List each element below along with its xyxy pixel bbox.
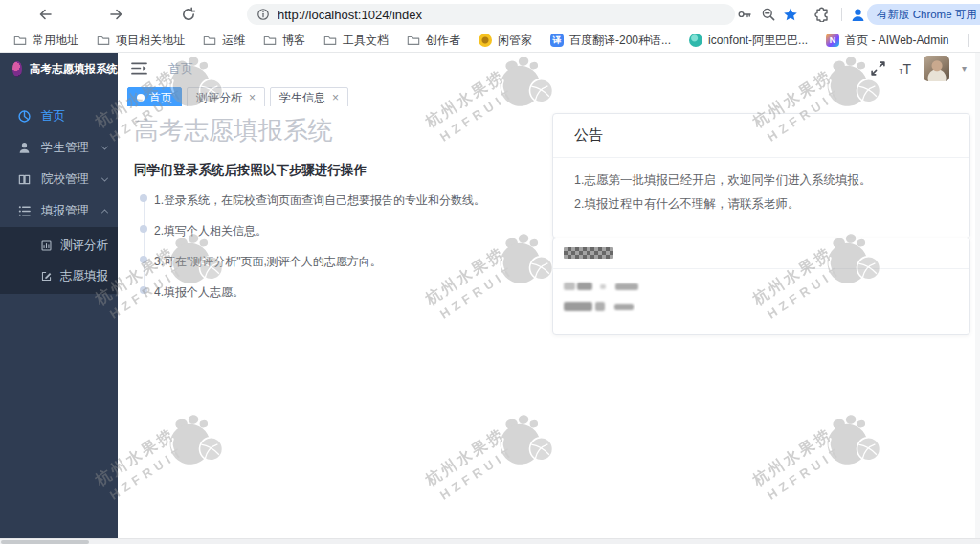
- browser-toolbar: http://localhost:1024/index 有新版 Chrome 可…: [0, 0, 980, 29]
- step-item: 2.填写个人相关信息。: [140, 223, 546, 239]
- tab-home[interactable]: 首页: [127, 87, 182, 108]
- steps-timeline: 1.登录系统，在院校查询页面查询自己想要报告的专业和分数线。 2.填写个人相关信…: [140, 193, 546, 301]
- redacted-card: [552, 238, 970, 335]
- timeline-dot: [140, 286, 147, 294]
- chevron-down-icon: [100, 144, 109, 152]
- sidebar: 高考志愿填报系统 首页 学生管理 院校管理 填报管理: [0, 53, 118, 538]
- app-header: 首页 тT ▾: [118, 53, 980, 84]
- sidebar-toggle-icon[interactable]: [131, 61, 147, 76]
- intro-text: 同学们登录系统后按照以下步骤进行操作: [134, 162, 546, 179]
- redacted-card-title: [553, 238, 969, 269]
- redacted-line: [564, 302, 959, 311]
- sidebar-item-colleges[interactable]: 院校管理: [0, 164, 118, 195]
- bookmark-label: 百度翻译-200种语...: [569, 33, 671, 49]
- bookmark-folder[interactable]: 工具文档: [323, 33, 389, 49]
- folder-icon: [407, 34, 420, 47]
- bookmark-folder[interactable]: 常用地址: [13, 33, 78, 49]
- sidebar-submenu: 测评分析 志愿填报: [0, 227, 118, 294]
- user-avatar[interactable]: [924, 56, 949, 81]
- url-text[interactable]: http://localhost:1024/index: [278, 8, 422, 22]
- back-icon[interactable]: [37, 7, 53, 22]
- step-item: 1.登录系统，在院校查询页面查询自己想要报告的专业和分数线。: [140, 193, 546, 209]
- chevron-down-icon: [100, 175, 109, 184]
- password-key-icon[interactable]: [737, 7, 752, 22]
- fullscreen-icon[interactable]: [870, 60, 886, 77]
- app-window: 高考志愿填报系统 首页 学生管理 院校管理 填报管理: [0, 53, 980, 538]
- site-favicon: [689, 34, 702, 47]
- avatar-caret-icon[interactable]: ▾: [962, 63, 967, 74]
- page-content: 高考志愿填报系统 同学们登录系统后按照以下步骤进行操作 1.登录系统，在院校查询…: [118, 106, 980, 538]
- announcement-title: 公告: [553, 114, 969, 158]
- tab-student-info[interactable]: 学生信息 ×: [270, 87, 348, 108]
- redacted-title-blur: [564, 247, 613, 259]
- bookmark-site[interactable]: 译 百度翻译-200种语...: [550, 33, 671, 49]
- vertical-scrollbar[interactable]: [975, 53, 980, 538]
- bookmark-label: 创作者: [426, 33, 460, 49]
- announcement-item: 2.填报过程中有什么不理解，请联系老师。: [574, 196, 948, 213]
- folder-icon: [13, 34, 27, 47]
- sidebar-item-home[interactable]: 首页: [0, 101, 118, 132]
- chevron-up-icon: [100, 207, 109, 215]
- announcement-item: 1.志愿第一批填报已经开启，欢迎同学们进入系统填报。: [574, 172, 948, 189]
- step-item: 4.填报个人志愿。: [140, 284, 546, 301]
- tab-close-icon[interactable]: ×: [249, 92, 256, 103]
- bookmark-folder[interactable]: 运维: [203, 33, 245, 49]
- site-info-icon[interactable]: [256, 8, 270, 21]
- list-icon: [17, 204, 32, 218]
- sidebar-item-evaluation[interactable]: 测评分析: [0, 230, 118, 261]
- bookmark-label: iconfont-阿里巴巴...: [708, 33, 808, 49]
- bookmark-label: 项目相关地址: [116, 33, 185, 49]
- sidebar-item-label: 填报管理: [41, 203, 89, 219]
- bookmark-site[interactable]: 闲管家: [479, 33, 532, 49]
- zoom-out-icon[interactable]: [761, 7, 776, 22]
- analysis-icon: [40, 239, 53, 252]
- bookmark-site[interactable]: N 首页 - AIWeb-Admin: [826, 33, 948, 49]
- font-size-icon[interactable]: тT: [899, 61, 911, 77]
- app-title: 高考志愿填报系统: [30, 62, 118, 77]
- bookmark-folder[interactable]: 项目相关地址: [97, 33, 185, 49]
- profile-icon[interactable]: [850, 7, 865, 22]
- sidebar-item-label: 首页: [41, 108, 65, 125]
- active-tab-dot: [137, 94, 145, 102]
- sidebar-item-label: 测评分析: [60, 238, 108, 254]
- forward-icon[interactable]: [109, 7, 124, 22]
- step-item: 3.可在"测评分析"页面,测评个人的志愿方向。: [140, 254, 546, 270]
- scrollbar-thumb[interactable]: [1, 540, 89, 544]
- timeline-dot: [140, 256, 147, 263]
- toolbar-separator: [841, 8, 842, 21]
- timeline-dot: [140, 194, 147, 202]
- url-bar[interactable]: http://localhost:1024/index: [247, 4, 735, 25]
- bookmark-folder[interactable]: 创作者: [407, 33, 460, 49]
- chrome-update-label: 有新版 Chrome 可用: [877, 8, 977, 22]
- bookmark-label: 首页 - AIWeb-Admin: [845, 33, 948, 49]
- sidebar-item-students[interactable]: 学生管理: [0, 132, 118, 164]
- book-icon: [17, 172, 32, 187]
- bookmark-star-icon[interactable]: [783, 7, 798, 22]
- bookmark-label: 运维: [222, 33, 245, 49]
- bookmarks-bar: 常用地址 项目相关地址 运维 博客 工具文档 创作者 闲管家 译 百度翻译-20…: [0, 29, 980, 53]
- tab-close-icon[interactable]: ×: [332, 92, 339, 103]
- tab-label: 首页: [149, 90, 172, 106]
- bookmark-site[interactable]: iconfont-阿里巴巴...: [689, 33, 808, 49]
- extensions-icon[interactable]: [814, 7, 830, 22]
- breadcrumb[interactable]: 首页: [168, 60, 193, 78]
- page-title: 高考志愿填报系统: [134, 114, 546, 147]
- bookmarks-separator: [968, 34, 969, 47]
- timeline-dot: [140, 225, 147, 233]
- site-favicon: N: [826, 34, 839, 47]
- sidebar-item-apply[interactable]: 志愿填报: [0, 261, 118, 291]
- bookmark-folder[interactable]: 博客: [263, 33, 305, 49]
- bookmark-label: 闲管家: [498, 33, 532, 49]
- reload-icon[interactable]: [181, 7, 196, 22]
- tab-label: 测评分析: [196, 90, 242, 106]
- sidebar-item-applications[interactable]: 填报管理: [0, 195, 118, 227]
- tab-evaluation[interactable]: 测评分析 ×: [187, 87, 265, 108]
- folder-icon: [97, 34, 110, 47]
- dashboard-icon: [17, 109, 32, 124]
- folder-icon: [263, 34, 277, 47]
- bookmark-label: 常用地址: [33, 33, 78, 49]
- app-logo: [12, 61, 22, 77]
- horizontal-scrollbar[interactable]: [0, 538, 980, 544]
- tab-label: 学生信息: [279, 90, 325, 106]
- chrome-update-button[interactable]: 有新版 Chrome 可用 ⋮: [867, 4, 980, 25]
